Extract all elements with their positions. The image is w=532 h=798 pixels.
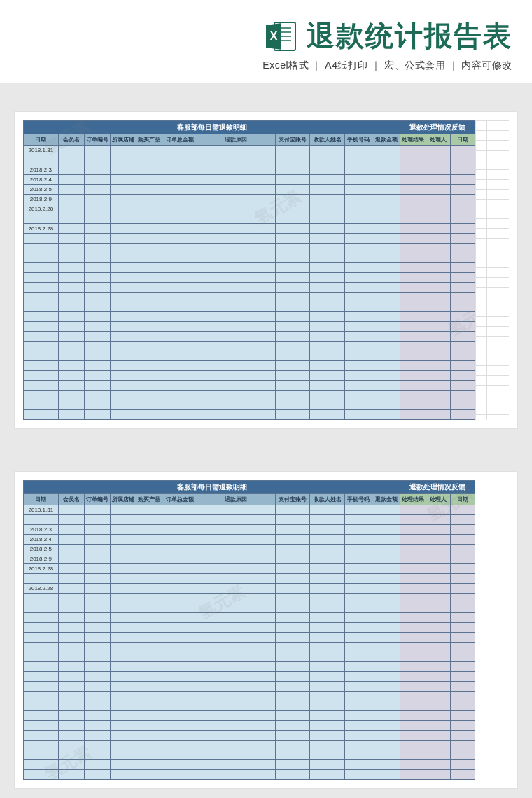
table-cell [58,545,84,554]
table-row [24,574,475,584]
table-cell [344,603,372,613]
col-header: 退款金额 [372,494,400,505]
table-cell [24,613,59,623]
table-cell [84,750,110,760]
table-cell [344,165,372,175]
table-cell [344,770,372,780]
table-cell [162,391,197,400]
table-cell [275,283,310,293]
table-cell-feedback [426,391,451,400]
table-cell [136,731,162,741]
table-cell [197,312,276,322]
table-cell-feedback [451,234,475,244]
table-cell [162,682,197,692]
subtitle-row: Excel格式 ｜ A4纸打印 ｜ 宏、公式套用 ｜ 内容可修改 [20,59,512,72]
table-cell [275,244,310,253]
table-cell [344,750,372,760]
table-cell [310,701,345,711]
col-header: 手机号码 [344,134,372,146]
table-cell [111,146,136,155]
table-cell [136,554,162,564]
table-cell-feedback [451,760,475,770]
table-cell [84,283,110,293]
table-cell-feedback [400,400,426,410]
col-header: 退款金额 [372,134,400,146]
table-cell [372,234,400,244]
table-cell [197,332,276,342]
table-cell [275,554,310,564]
table-cell [275,505,310,515]
table-cell [111,165,136,175]
table-cell [197,505,276,515]
table-cell [275,185,310,195]
table-cell [197,623,276,633]
table-cell [58,165,84,175]
table-cell [197,662,276,672]
table-cell [275,701,310,711]
table-cell [58,322,84,332]
table-cell [24,770,59,780]
table-cell [24,721,59,731]
table-cell [344,283,372,293]
table-cell [24,234,59,244]
section-header-main: 客服部每日需退款明细 [24,121,400,134]
table-cell [136,361,162,371]
table-cell [197,146,276,155]
table-cell [372,554,400,564]
table-cell [136,525,162,535]
table-cell-feedback [451,721,475,731]
table-cell [275,574,310,584]
col-header: 购买产品 [136,494,162,505]
table-cell [84,672,110,682]
table-cell [58,564,84,574]
table-cell [162,633,197,643]
table-cell [197,293,276,302]
table-cell-feedback [426,594,451,603]
table-cell [344,594,372,603]
table-cell [310,400,345,410]
refund-table-2: 客服部每日需退款明细退款处理情况反馈日期会员名订单编号所属店铺购买产品订单总金额… [23,480,475,780]
table-cell [136,643,162,652]
table-cell [275,224,310,234]
table-cell [275,273,310,283]
table-cell [344,234,372,244]
table-cell [372,701,400,711]
table-cell-feedback [426,633,451,643]
table-cell [344,692,372,701]
table-cell [84,741,110,750]
table-cell [24,633,59,643]
table-cell [136,741,162,750]
table-cell [84,692,110,701]
table-cell [372,750,400,760]
table-cell [162,224,197,234]
table-cell-feedback [400,584,426,594]
table-row [24,371,475,381]
table-cell [372,760,400,770]
table-cell-feedback [426,175,451,185]
table-cell [24,603,59,613]
table-cell [58,682,84,692]
table-cell [310,711,345,721]
table-cell [162,244,197,253]
table-cell-feedback [400,312,426,322]
table-cell [136,293,162,302]
table-cell [197,613,276,623]
table-cell [111,175,136,185]
table-cell [372,302,400,312]
table-cell [136,701,162,711]
table-cell [136,672,162,682]
table-cell [275,633,310,643]
table-cell [84,760,110,770]
table-row: 2018.1.31 [24,146,475,155]
table-cell [111,692,136,701]
table-cell [197,224,276,234]
table-cell [162,584,197,594]
table-cell [24,672,59,682]
table-cell [24,623,59,633]
col-header-feedback: 处理人 [426,134,451,146]
table-cell-feedback [400,652,426,662]
table-cell [24,293,59,302]
table-cell [162,711,197,721]
table-cell [344,302,372,312]
table-cell [162,603,197,613]
